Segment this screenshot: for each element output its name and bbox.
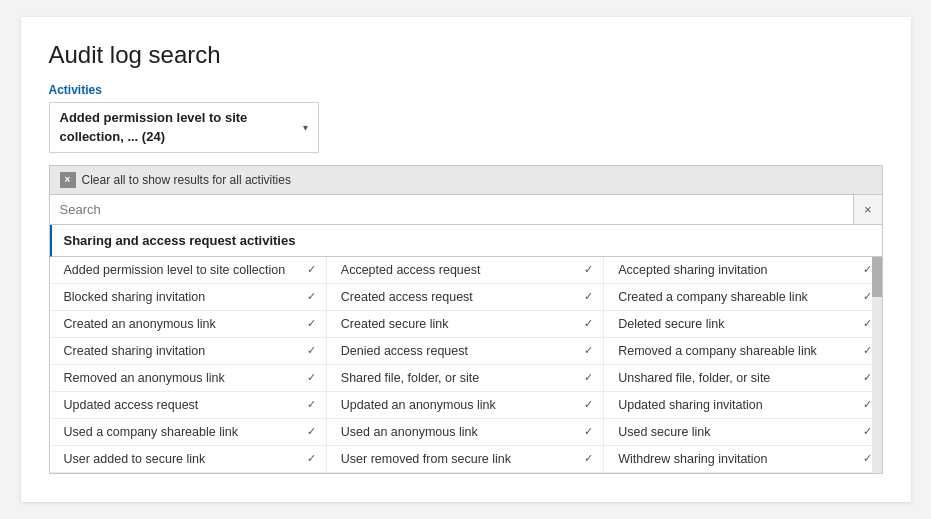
activity-item[interactable]: Created sharing invitation✓ (50, 338, 327, 365)
checkmark-icon: ✓ (584, 452, 593, 465)
activity-label: Removed a company shareable link (618, 344, 817, 358)
activity-item[interactable]: Used secure link✓ (604, 419, 881, 446)
chevron-down-icon: ▾ (303, 122, 308, 133)
activity-item[interactable]: Accepted sharing invitation✓ (604, 257, 881, 284)
activity-label: Accepted access request (341, 263, 481, 277)
checkmark-icon: ✓ (863, 371, 872, 384)
checkmark-icon: ✓ (863, 344, 872, 357)
activities-panel: Added permission level to site collectio… (50, 257, 882, 473)
activity-item[interactable]: Removed a company shareable link✓ (604, 338, 881, 365)
activity-item[interactable]: User added to secure link✓ (50, 446, 327, 473)
activity-item[interactable]: Created access request✓ (327, 284, 604, 311)
checkmark-icon: ✓ (307, 452, 316, 465)
clear-label: Clear all to show results for all activi… (82, 173, 291, 187)
filter-panel: × Clear all to show results for all acti… (49, 165, 883, 474)
activity-label: Unshared file, folder, or site (618, 371, 770, 385)
activity-label: User removed from secure link (341, 452, 511, 466)
activity-item[interactable]: Used a company shareable link✓ (50, 419, 327, 446)
activity-item[interactable]: Deleted secure link✓ (604, 311, 881, 338)
activity-label: Created secure link (341, 317, 449, 331)
activity-item[interactable]: Updated access request✓ (50, 392, 327, 419)
activity-label: User added to secure link (64, 452, 206, 466)
activity-label: Accepted sharing invitation (618, 263, 767, 277)
activity-item[interactable]: Created a company shareable link✓ (604, 284, 881, 311)
activity-label: Used secure link (618, 425, 710, 439)
search-clear-icon[interactable]: × (853, 195, 882, 224)
activities-label: Activities (49, 83, 883, 97)
activity-item[interactable]: Updated sharing invitation✓ (604, 392, 881, 419)
activities-grid: Added permission level to site collectio… (50, 257, 882, 473)
activity-label: Created a company shareable link (618, 290, 808, 304)
activity-label: Shared file, folder, or site (341, 371, 479, 385)
checkmark-icon: ✓ (307, 263, 316, 276)
activity-label: Updated access request (64, 398, 199, 412)
activity-item[interactable]: Created an anonymous link✓ (50, 311, 327, 338)
checkmark-icon: ✓ (863, 290, 872, 303)
clear-x-button[interactable]: × (60, 172, 76, 188)
activity-label: Created access request (341, 290, 473, 304)
checkmark-icon: ✓ (584, 344, 593, 357)
checkmark-icon: ✓ (863, 317, 872, 330)
activity-item[interactable]: Removed an anonymous link✓ (50, 365, 327, 392)
checkmark-icon: ✓ (584, 398, 593, 411)
category-header: Sharing and access request activities (50, 225, 882, 257)
dropdown-text: Added permission level to site collectio… (60, 109, 295, 145)
checkmark-icon: ✓ (307, 344, 316, 357)
page-container: Audit log search Activities Added permis… (21, 17, 911, 501)
activity-label: Added permission level to site collectio… (64, 263, 286, 277)
activity-item[interactable]: User removed from secure link✓ (327, 446, 604, 473)
activity-label: Used a company shareable link (64, 425, 238, 439)
activity-label: Used an anonymous link (341, 425, 478, 439)
checkmark-icon: ✓ (863, 263, 872, 276)
search-input[interactable] (50, 195, 853, 224)
checkmark-icon: ✓ (307, 317, 316, 330)
activity-item[interactable]: Withdrew sharing invitation✓ (604, 446, 881, 473)
checkmark-icon: ✓ (863, 425, 872, 438)
checkmark-icon: ✓ (584, 425, 593, 438)
activity-label: Deleted secure link (618, 317, 724, 331)
activity-label: Removed an anonymous link (64, 371, 225, 385)
checkmark-icon: ✓ (307, 371, 316, 384)
clear-bar: × Clear all to show results for all acti… (50, 166, 882, 195)
activity-item[interactable]: Updated an anonymous link✓ (327, 392, 604, 419)
activity-item[interactable]: Blocked sharing invitation✓ (50, 284, 327, 311)
activity-label: Updated an anonymous link (341, 398, 496, 412)
checkmark-icon: ✓ (584, 290, 593, 303)
checkmark-icon: ✓ (307, 398, 316, 411)
activity-item[interactable]: Added permission level to site collectio… (50, 257, 327, 284)
checkmark-icon: ✓ (863, 452, 872, 465)
scrollbar-track[interactable] (872, 257, 882, 473)
activity-item[interactable]: Used an anonymous link✓ (327, 419, 604, 446)
activities-dropdown[interactable]: Added permission level to site collectio… (49, 102, 319, 152)
activity-label: Withdrew sharing invitation (618, 452, 767, 466)
activity-label: Denied access request (341, 344, 468, 358)
scrollbar-thumb[interactable] (872, 257, 882, 297)
activity-label: Created sharing invitation (64, 344, 206, 358)
checkmark-icon: ✓ (863, 398, 872, 411)
activity-item[interactable]: Unshared file, folder, or site✓ (604, 365, 881, 392)
checkmark-icon: ✓ (307, 425, 316, 438)
activity-item[interactable]: Accepted access request✓ (327, 257, 604, 284)
checkmark-icon: ✓ (584, 371, 593, 384)
activity-label: Blocked sharing invitation (64, 290, 206, 304)
checkmark-icon: ✓ (307, 290, 316, 303)
activity-item[interactable]: Created secure link✓ (327, 311, 604, 338)
page-title: Audit log search (49, 41, 883, 69)
activity-label: Created an anonymous link (64, 317, 216, 331)
activity-item[interactable]: Denied access request✓ (327, 338, 604, 365)
checkmark-icon: ✓ (584, 317, 593, 330)
checkmark-icon: ✓ (584, 263, 593, 276)
search-bar: × (50, 195, 882, 225)
activity-label: Updated sharing invitation (618, 398, 763, 412)
activity-item[interactable]: Shared file, folder, or site✓ (327, 365, 604, 392)
